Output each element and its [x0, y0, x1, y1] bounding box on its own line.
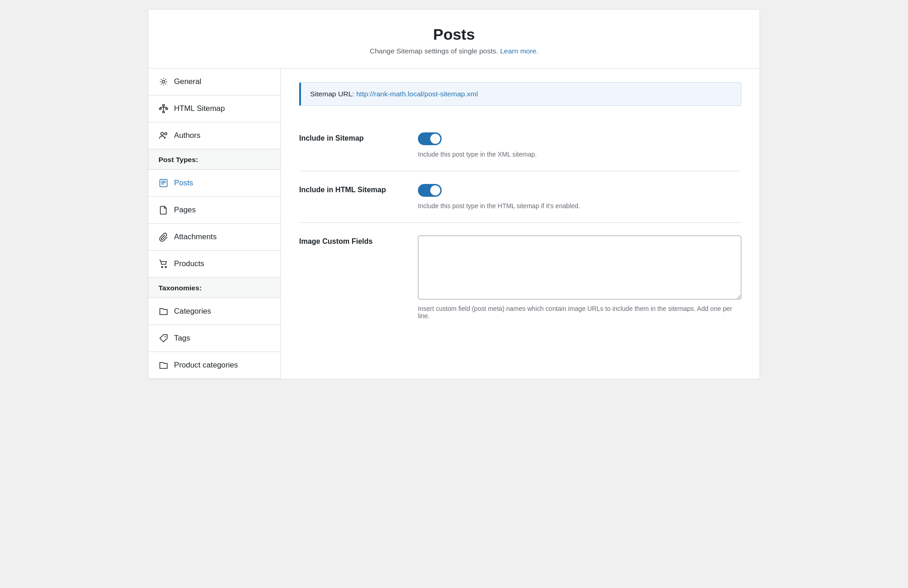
include-html-sitemap-label: Include in HTML Sitemap [299, 184, 400, 194]
posts-icon [158, 178, 169, 188]
svg-point-18 [164, 336, 165, 337]
sidebar-item-product-categories-label: Product categories [174, 361, 238, 370]
svg-rect-1 [163, 105, 164, 106]
product-categories-icon [158, 360, 169, 370]
sidebar-item-categories[interactable]: Categories [148, 298, 280, 325]
products-icon [158, 259, 169, 269]
sitemap-url-label: Sitemap URL: [310, 90, 354, 98]
include-sitemap-toggle-wrapper [418, 132, 442, 147]
sidebar-item-pages[interactable]: Pages [148, 197, 280, 224]
learn-more-link[interactable]: Learn more [500, 47, 536, 55]
image-custom-fields-textarea[interactable] [418, 236, 741, 299]
tags-icon [158, 333, 169, 343]
sidebar-item-pages-label: Pages [174, 205, 196, 215]
sidebar-item-products[interactable]: Products [148, 251, 280, 278]
page-header: Posts Change Sitemap settings of single … [148, 10, 760, 68]
authors-icon [158, 131, 169, 141]
sidebar-item-posts-label: Posts [174, 178, 193, 188]
content-area: General HTML S [148, 68, 760, 379]
include-sitemap-slider [418, 132, 442, 145]
image-custom-fields-control: Insert custom field (post meta) names wh… [418, 236, 741, 320]
sidebar-item-authors-label: Authors [174, 131, 201, 140]
sidebar-item-authors[interactable]: Authors [148, 122, 280, 149]
include-sitemap-description: Include this post type in the XML sitema… [418, 151, 741, 158]
sitemap-url-banner: Sitemap URL: http://rank-math.local/post… [299, 82, 741, 106]
sitemap-url-link[interactable]: http://rank-math.local/post-sitemap.xml [356, 90, 478, 98]
include-html-sitemap-toggle-wrapper [418, 184, 442, 199]
sidebar-item-general-label: General [174, 77, 201, 86]
attachments-icon [158, 232, 169, 242]
image-custom-fields-description: Insert custom field (post meta) names wh… [418, 305, 741, 320]
sidebar-item-products-label: Products [174, 259, 204, 268]
pages-icon [158, 205, 169, 215]
sidebar: General HTML S [148, 68, 281, 379]
main-content: Sitemap URL: http://rank-math.local/post… [281, 68, 760, 379]
sidebar-item-attachments[interactable]: Attachments [148, 224, 280, 251]
sidebar-item-attachments-label: Attachments [174, 232, 216, 242]
svg-rect-12 [160, 179, 167, 187]
include-html-sitemap-slider [418, 184, 442, 197]
sidebar-item-product-categories[interactable]: Product categories [148, 352, 280, 379]
svg-point-0 [162, 80, 165, 83]
include-html-sitemap-control: Include this post type in the HTML sitem… [418, 184, 741, 210]
setting-row-include-html-sitemap: Include in HTML Sitemap Include this pos… [299, 171, 741, 223]
post-types-header: Post Types: [148, 149, 280, 170]
svg-rect-4 [163, 111, 164, 113]
sitemap-icon [158, 104, 169, 114]
svg-rect-2 [159, 108, 161, 110]
sidebar-item-categories-label: Categories [174, 307, 211, 316]
gear-icon [158, 77, 169, 87]
sidebar-item-general[interactable]: General [148, 68, 280, 95]
svg-point-16 [162, 267, 163, 268]
outer-container: Posts Change Sitemap settings of single … [148, 9, 760, 379]
image-custom-fields-label: Image Custom Fields [299, 236, 400, 246]
include-sitemap-label: Include in Sitemap [299, 132, 400, 142]
page-subtitle: Change Sitemap settings of single posts.… [158, 47, 750, 55]
taxonomies-header: Taxonomies: [148, 278, 280, 298]
setting-row-include-sitemap: Include in Sitemap Include this post typ… [299, 120, 741, 171]
svg-rect-3 [166, 108, 168, 110]
include-html-sitemap-description: Include this post type in the HTML sitem… [418, 202, 741, 210]
svg-point-10 [161, 132, 164, 135]
page-title: Posts [158, 26, 750, 43]
svg-point-11 [165, 133, 167, 135]
sidebar-item-tags-label: Tags [174, 334, 190, 343]
sidebar-item-posts[interactable]: Posts [148, 170, 280, 197]
svg-point-17 [165, 267, 167, 268]
include-sitemap-control: Include this post type in the XML sitema… [418, 132, 741, 158]
categories-icon [158, 306, 169, 316]
sidebar-item-tags[interactable]: Tags [148, 325, 280, 352]
setting-row-image-custom-fields: Image Custom Fields Insert custom field … [299, 223, 741, 332]
include-sitemap-toggle[interactable] [418, 132, 442, 145]
include-html-sitemap-toggle[interactable] [418, 184, 442, 197]
sidebar-item-html-sitemap[interactable]: HTML Sitemap [148, 95, 280, 122]
sidebar-item-html-sitemap-label: HTML Sitemap [174, 104, 225, 113]
